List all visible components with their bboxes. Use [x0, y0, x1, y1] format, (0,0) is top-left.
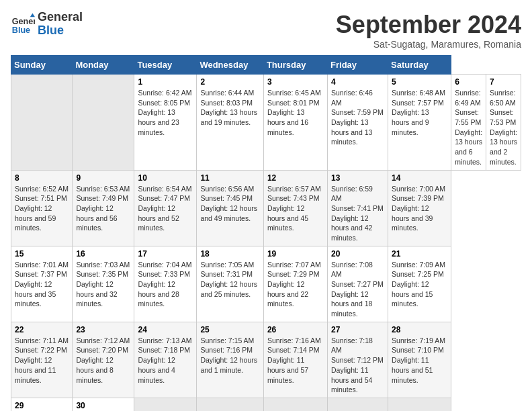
sunrise: Sunrise: 6:57 AM [267, 185, 321, 193]
calendar-cell: 6 Sunrise: 6:49 AM Sunset: 7:55 PM Dayli… [451, 75, 486, 171]
day-number: 2 [200, 77, 260, 87]
day-info: Sunrise: 6:59 AM Sunset: 7:41 PM Dayligh… [331, 184, 384, 243]
calendar-cell: 1 Sunrise: 6:42 AM Sunset: 8:05 PM Dayli… [134, 75, 197, 171]
day-number: 8 [15, 173, 69, 183]
day-info: Sunrise: 7:12 AM Sunset: 7:20 PM Dayligh… [76, 336, 130, 385]
calendar-cell: 14 Sunrise: 7:00 AM Sunset: 7:39 PM Dayl… [388, 170, 451, 246]
day-number: 25 [200, 325, 260, 334]
sunset: Sunset: 7:12 PM [331, 356, 384, 364]
daylight: Daylight: 12 hours and 39 minutes. [392, 204, 433, 232]
sunset: Sunset: 8:03 PM [200, 99, 253, 107]
weekday-header-friday: Friday [328, 56, 388, 75]
day-info: Sunrise: 7:00 AM Sunset: 7:39 PM Dayligh… [392, 184, 447, 233]
day-info: Sunrise: 6:54 AM Sunset: 7:47 PM Dayligh… [138, 184, 193, 233]
day-info: Sunrise: 7:03 AM Sunset: 7:35 PM Dayligh… [76, 260, 130, 309]
daylight: Daylight: 12 hours and 18 minutes. [331, 290, 372, 318]
week-row-3: 15 Sunrise: 7:01 AM Sunset: 7:37 PM Dayl… [11, 246, 521, 322]
daylight: Daylight: 13 hours and 9 minutes. [392, 108, 429, 136]
daylight: Daylight: 12 hours and 8 minutes. [76, 356, 113, 383]
sunset: Sunset: 7:47 PM [138, 194, 190, 202]
calendar-cell: 9 Sunrise: 6:53 AM Sunset: 7:49 PM Dayli… [73, 170, 134, 246]
day-info: Sunrise: 6:44 AM Sunset: 8:03 PM Dayligh… [200, 88, 260, 128]
sunrise: Sunrise: 6:52 AM [15, 185, 69, 193]
calendar-cell [73, 75, 134, 171]
day-info: Sunrise: 7:13 AM Sunset: 7:18 PM Dayligh… [138, 336, 193, 385]
day-number: 7 [490, 77, 517, 87]
sunset: Sunset: 7:29 PM [267, 270, 320, 278]
sunrise: Sunrise: 7:04 AM [138, 261, 191, 269]
sunrise: Sunrise: 6:59 AM [331, 185, 373, 203]
day-number: 10 [138, 173, 193, 183]
logo: General Blue General Blue [11, 11, 83, 38]
sunrise: Sunrise: 7:05 AM [200, 261, 254, 269]
day-number: 5 [392, 77, 447, 87]
day-info: Sunrise: 7:15 AM Sunset: 7:16 PM Dayligh… [200, 336, 260, 375]
calendar-cell: 17 Sunrise: 7:04 AM Sunset: 7:33 PM Dayl… [134, 246, 197, 322]
day-number: 12 [267, 173, 324, 183]
sunset: Sunset: 7:20 PM [76, 346, 128, 354]
daylight: Daylight: 12 hours and 52 minutes. [138, 204, 179, 232]
week-row-1: 1 Sunrise: 6:42 AM Sunset: 8:05 PM Dayli… [11, 75, 521, 171]
calendar-cell [328, 398, 388, 411]
sunset: Sunset: 7:16 PM [200, 346, 253, 354]
sunset: Sunset: 7:14 PM [267, 346, 320, 354]
calendar-cell: 11 Sunrise: 6:56 AM Sunset: 7:45 PM Dayl… [197, 170, 264, 246]
calendar-cell: 23 Sunrise: 7:12 AM Sunset: 7:20 PM Dayl… [73, 322, 134, 398]
daylight: Daylight: 13 hours and 23 minutes. [138, 108, 179, 136]
calendar-cell: 16 Sunrise: 7:03 AM Sunset: 7:35 PM Dayl… [73, 246, 134, 322]
sunrise: Sunrise: 7:15 AM [200, 336, 254, 345]
sunset: Sunset: 7:53 PM [490, 108, 516, 126]
day-info: Sunrise: 7:16 AM Sunset: 7:14 PM Dayligh… [267, 336, 324, 385]
daylight: Daylight: 13 hours and 13 minutes. [331, 118, 372, 146]
calendar-cell: 30 Sunrise: 7:22 AM Sunset: 7:06 PM Dayl… [73, 398, 134, 411]
week-row-2: 8 Sunrise: 6:52 AM Sunset: 7:51 PM Dayli… [11, 170, 521, 246]
daylight: Daylight: 11 hours and 57 minutes. [267, 356, 308, 383]
day-number: 3 [267, 77, 324, 87]
sunrise: Sunrise: 6:45 AM [267, 89, 321, 97]
calendar-cell: 12 Sunrise: 6:57 AM Sunset: 7:43 PM Dayl… [263, 170, 327, 246]
day-number: 4 [331, 77, 384, 87]
day-number: 9 [76, 173, 130, 183]
day-info: Sunrise: 6:52 AM Sunset: 7:51 PM Dayligh… [15, 184, 69, 233]
calendar-cell: 19 Sunrise: 7:07 AM Sunset: 7:29 PM Dayl… [263, 246, 327, 322]
day-info: Sunrise: 7:18 AM Sunset: 7:12 PM Dayligh… [331, 336, 384, 395]
week-row-4: 22 Sunrise: 7:11 AM Sunset: 7:22 PM Dayl… [11, 322, 521, 398]
calendar-cell: 24 Sunrise: 7:13 AM Sunset: 7:18 PM Dayl… [134, 322, 197, 398]
calendar-cell: 8 Sunrise: 6:52 AM Sunset: 7:51 PM Dayli… [11, 170, 73, 246]
sunrise: Sunrise: 6:53 AM [76, 185, 130, 193]
sunset: Sunset: 7:37 PM [15, 270, 67, 278]
sunset: Sunset: 7:49 PM [76, 194, 128, 202]
sunrise: Sunrise: 6:54 AM [138, 185, 191, 193]
logo-text: General Blue [38, 11, 83, 38]
sunrise: Sunrise: 6:44 AM [200, 89, 254, 97]
daylight: Daylight: 11 hours and 54 minutes. [331, 366, 372, 394]
logo-line1: General [38, 11, 83, 24]
daylight: Daylight: 12 hours and 59 minutes. [15, 204, 56, 232]
day-number: 17 [138, 249, 193, 259]
day-number: 20 [331, 249, 384, 259]
day-info: Sunrise: 7:01 AM Sunset: 7:37 PM Dayligh… [15, 260, 69, 309]
weekday-header-monday: Monday [73, 56, 134, 75]
day-number: 22 [15, 325, 69, 334]
sunset: Sunset: 7:59 PM [331, 108, 384, 116]
daylight: Daylight: 13 hours and 16 minutes. [267, 108, 308, 136]
logo-line2: Blue [38, 24, 83, 38]
day-info: Sunrise: 6:57 AM Sunset: 7:43 PM Dayligh… [267, 184, 324, 233]
day-number: 15 [15, 249, 69, 259]
day-info: Sunrise: 7:07 AM Sunset: 7:29 PM Dayligh… [267, 260, 324, 309]
daylight: Daylight: 11 hours and 51 minutes. [392, 356, 433, 383]
title-area: September 2024 Sat-Sugatag, Maramures, R… [336, 11, 521, 50]
sunset: Sunset: 7:45 PM [200, 194, 253, 202]
day-info: Sunrise: 6:49 AM Sunset: 7:55 PM Dayligh… [455, 88, 482, 167]
sunset: Sunset: 7:51 PM [15, 194, 67, 202]
calendar-cell: 27 Sunrise: 7:18 AM Sunset: 7:12 PM Dayl… [328, 322, 388, 398]
weekday-header-thursday: Thursday [263, 56, 327, 75]
day-info: Sunrise: 7:11 AM Sunset: 7:22 PM Dayligh… [15, 336, 69, 385]
week-row-5: 29 Sunrise: 7:20 AM Sunset: 7:08 PM Dayl… [11, 398, 521, 411]
day-number: 13 [331, 173, 384, 183]
sunset: Sunset: 7:22 PM [15, 346, 67, 354]
sunrise: Sunrise: 7:03 AM [76, 261, 130, 269]
sunrise: Sunrise: 6:50 AM [490, 89, 516, 107]
day-number: 30 [76, 401, 130, 410]
sunset: Sunset: 7:33 PM [138, 270, 190, 278]
